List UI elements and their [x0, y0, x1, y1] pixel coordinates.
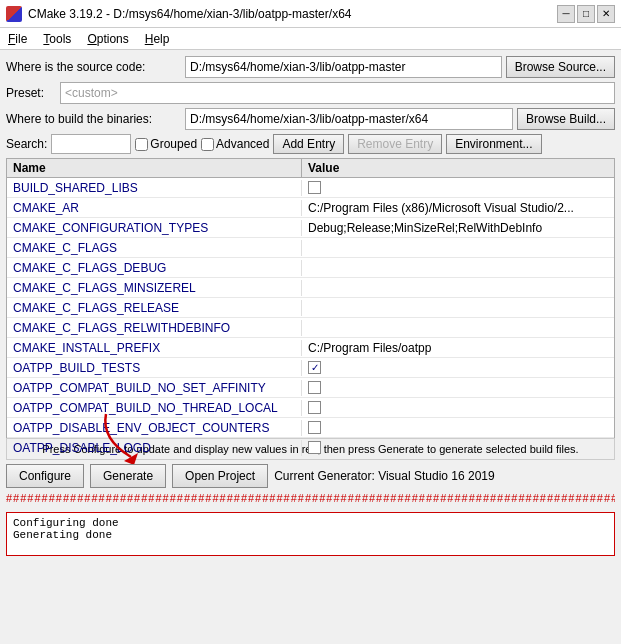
advanced-checkbox-label[interactable]: Advanced: [201, 137, 269, 151]
checked-checkbox[interactable]: [308, 361, 321, 374]
main-window: Where is the source code: Browse Source.…: [0, 50, 621, 562]
cell-name: CMAKE_CONFIGURATION_TYPES: [7, 220, 302, 236]
table-row[interactable]: CMAKE_C_FLAGS_MINSIZEREL: [7, 278, 614, 298]
source-row: Where is the source code: Browse Source.…: [6, 56, 615, 78]
cell-value[interactable]: [302, 380, 614, 395]
grouped-checkbox-label[interactable]: Grouped: [135, 137, 197, 151]
unchecked-checkbox[interactable]: [308, 441, 321, 454]
menu-file[interactable]: File: [4, 31, 31, 47]
minimize-button[interactable]: ─: [557, 5, 575, 23]
cell-name: CMAKE_AR: [7, 200, 302, 216]
add-entry-button[interactable]: Add Entry: [273, 134, 344, 154]
cell-value: [302, 307, 614, 309]
bottom-row: Configure Generate Open Project Current …: [6, 464, 615, 488]
cell-name: OATPP_COMPAT_BUILD_NO_THREAD_LOCAL: [7, 400, 302, 416]
table-row[interactable]: OATPP_BUILD_TESTS: [7, 358, 614, 378]
cell-value: [302, 247, 614, 249]
unchecked-checkbox[interactable]: [308, 401, 321, 414]
cell-value: [302, 267, 614, 269]
cell-name: OATPP_BUILD_TESTS: [7, 360, 302, 376]
app-icon: [6, 6, 22, 22]
menu-options[interactable]: Options: [83, 31, 132, 47]
cell-value[interactable]: [302, 400, 614, 415]
output-line-1: Configuring done: [13, 517, 608, 529]
source-label: Where is the source code:: [6, 60, 181, 74]
advanced-label: Advanced: [216, 137, 269, 151]
table-row[interactable]: CMAKE_C_FLAGS_RELWITHDEBINFO: [7, 318, 614, 338]
cell-name: CMAKE_C_FLAGS_RELEASE: [7, 300, 302, 316]
unchecked-checkbox[interactable]: [308, 421, 321, 434]
source-input[interactable]: [185, 56, 502, 78]
title-bar: CMake 3.19.2 - D:/msys64/home/xian-3/lib…: [0, 0, 621, 28]
build-row: Where to build the binaries: Browse Buil…: [6, 108, 615, 130]
search-label: Search:: [6, 137, 47, 151]
build-input[interactable]: [185, 108, 513, 130]
advanced-checkbox[interactable]: [201, 138, 214, 151]
col-value-header: Value: [302, 159, 614, 177]
cell-name: CMAKE_C_FLAGS_RELWITHDEBINFO: [7, 320, 302, 336]
unchecked-checkbox[interactable]: [308, 381, 321, 394]
menu-tools[interactable]: Tools: [39, 31, 75, 47]
output-box: Configuring done Generating done: [6, 512, 615, 556]
cmake-table-container: Name Value BUILD_SHARED_LIBSCMAKE_ARC:/P…: [6, 158, 615, 438]
cell-name: CMAKE_INSTALL_PREFIX: [7, 340, 302, 356]
browse-source-button[interactable]: Browse Source...: [506, 56, 615, 78]
toolbar-row: Search: Grouped Advanced Add Entry Remov…: [6, 134, 615, 154]
grouped-label: Grouped: [150, 137, 197, 151]
browse-build-button[interactable]: Browse Build...: [517, 108, 615, 130]
generate-button[interactable]: Generate: [90, 464, 166, 488]
configure-button[interactable]: Configure: [6, 464, 84, 488]
table-header: Name Value: [7, 159, 614, 178]
open-project-button[interactable]: Open Project: [172, 464, 268, 488]
table-row[interactable]: CMAKE_C_FLAGS_DEBUG: [7, 258, 614, 278]
col-name-header: Name: [7, 159, 302, 177]
title-bar-left: CMake 3.19.2 - D:/msys64/home/xian-3/lib…: [6, 6, 351, 22]
search-input[interactable]: [51, 134, 131, 154]
cell-value[interactable]: [302, 360, 614, 375]
table-row[interactable]: CMAKE_INSTALL_PREFIXC:/Program Files/oat…: [7, 338, 614, 358]
table-scroll[interactable]: BUILD_SHARED_LIBSCMAKE_ARC:/Program File…: [7, 178, 614, 456]
table-row[interactable]: OATPP_DISABLE_LOGD: [7, 438, 614, 456]
grouped-checkbox[interactable]: [135, 138, 148, 151]
cell-name: BUILD_SHARED_LIBS: [7, 180, 302, 196]
table-row[interactable]: BUILD_SHARED_LIBS: [7, 178, 614, 198]
cell-value: [302, 287, 614, 289]
cell-value[interactable]: [302, 420, 614, 435]
menu-bar: File Tools Options Help: [0, 28, 621, 50]
preset-select[interactable]: [60, 82, 615, 104]
cell-name: OATPP_DISABLE_ENV_OBJECT_COUNTERS: [7, 420, 302, 436]
hash-row: ########################################…: [6, 492, 615, 508]
cell-value: [302, 327, 614, 329]
table-row[interactable]: CMAKE_C_FLAGS: [7, 238, 614, 258]
table-row[interactable]: CMAKE_ARC:/Program Files (x86)/Microsoft…: [7, 198, 614, 218]
cell-name: CMAKE_C_FLAGS_DEBUG: [7, 260, 302, 276]
menu-help[interactable]: Help: [141, 31, 174, 47]
unchecked-checkbox[interactable]: [308, 181, 321, 194]
cell-name: OATPP_COMPAT_BUILD_NO_SET_AFFINITY: [7, 380, 302, 396]
table-row[interactable]: CMAKE_C_FLAGS_RELEASE: [7, 298, 614, 318]
cell-value[interactable]: [302, 180, 614, 195]
preset-row: Preset:: [6, 82, 615, 104]
generator-label: Current Generator: Visual Studio 16 2019: [274, 469, 495, 483]
maximize-button[interactable]: □: [577, 5, 595, 23]
output-line-2: Generating done: [13, 529, 608, 541]
environment-button[interactable]: Environment...: [446, 134, 541, 154]
cell-name: OATPP_DISABLE_LOGD: [7, 440, 302, 456]
cell-value: Debug;Release;MinSizeRel;RelWithDebInfo: [302, 220, 614, 236]
cell-name: CMAKE_C_FLAGS_MINSIZEREL: [7, 280, 302, 296]
preset-label: Preset:: [6, 86, 56, 100]
table-row[interactable]: OATPP_DISABLE_ENV_OBJECT_COUNTERS: [7, 418, 614, 438]
cell-value: C:/Program Files (x86)/Microsoft Visual …: [302, 200, 614, 216]
close-button[interactable]: ✕: [597, 5, 615, 23]
title-bar-controls[interactable]: ─ □ ✕: [557, 5, 615, 23]
cell-name: CMAKE_C_FLAGS: [7, 240, 302, 256]
cell-value[interactable]: [302, 440, 614, 455]
remove-entry-button[interactable]: Remove Entry: [348, 134, 442, 154]
table-row[interactable]: CMAKE_CONFIGURATION_TYPESDebug;Release;M…: [7, 218, 614, 238]
build-label: Where to build the binaries:: [6, 112, 181, 126]
table-row[interactable]: OATPP_COMPAT_BUILD_NO_THREAD_LOCAL: [7, 398, 614, 418]
table-body: BUILD_SHARED_LIBSCMAKE_ARC:/Program File…: [7, 178, 614, 456]
title-bar-title: CMake 3.19.2 - D:/msys64/home/xian-3/lib…: [28, 7, 351, 21]
cell-value: C:/Program Files/oatpp: [302, 340, 614, 356]
table-row[interactable]: OATPP_COMPAT_BUILD_NO_SET_AFFINITY: [7, 378, 614, 398]
